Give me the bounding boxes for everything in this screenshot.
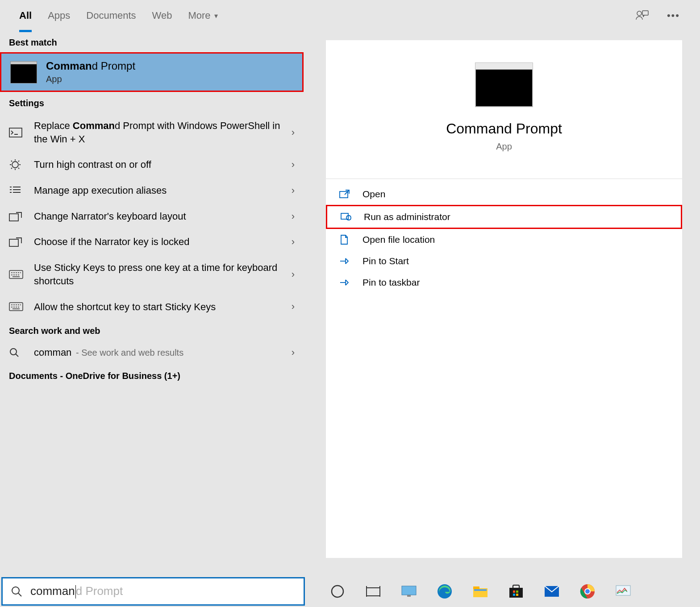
- svg-point-28: [585, 589, 590, 594]
- settings-item[interactable]: Manage app execution aliases›: [0, 178, 304, 204]
- settings-item-label: Allow the shortcut key to start Sticky K…: [34, 300, 283, 314]
- chevron-right-icon: ›: [292, 185, 295, 196]
- settings-item[interactable]: Turn high contrast on or off›: [0, 152, 304, 178]
- svg-rect-14: [402, 586, 416, 595]
- settings-item-label: Replace Command Prompt with Windows Powe…: [34, 119, 283, 146]
- action-label: Open: [362, 189, 385, 200]
- preview-title: Command Prompt: [326, 121, 682, 137]
- action-open[interactable]: Open: [326, 183, 682, 205]
- cortana-icon[interactable]: [329, 582, 346, 600]
- edge-icon[interactable]: [436, 582, 454, 600]
- settings-item[interactable]: Allow the shortcut key to start Sticky K…: [0, 294, 304, 320]
- narrator-icon: [9, 237, 25, 247]
- svg-rect-6: [9, 270, 23, 279]
- taskview-icon[interactable]: [364, 582, 382, 600]
- svg-rect-15: [407, 595, 411, 597]
- explorer-icon[interactable]: [471, 582, 489, 600]
- web-hint: - See work and web results: [73, 348, 183, 358]
- settings-item[interactable]: Choose if the Narrator key is locked›: [0, 229, 304, 255]
- settings-item-label: Turn high contrast on or off: [34, 158, 283, 171]
- settings-item[interactable]: Replace Command Prompt with Windows Powe…: [0, 113, 304, 152]
- best-match-title: Command Prompt: [46, 60, 135, 72]
- results-panel: Best match Command Prompt App Settings R…: [0, 31, 304, 562]
- mail-icon[interactable]: [543, 582, 561, 600]
- search-input[interactable]: command Prompt: [30, 584, 296, 599]
- console-icon: [9, 128, 25, 137]
- desktop-app-icon[interactable]: [400, 582, 418, 600]
- tab-apps[interactable]: Apps: [40, 0, 78, 31]
- section-settings: Settings: [0, 92, 304, 113]
- section-best-match: Best match: [0, 31, 304, 52]
- svg-rect-23: [513, 594, 515, 596]
- svg-rect-21: [513, 590, 515, 593]
- best-match-result[interactable]: Command Prompt App: [0, 52, 304, 92]
- more-options-icon[interactable]: •••: [667, 10, 680, 21]
- action-pin-start[interactable]: Pin to Start: [326, 250, 682, 272]
- svg-rect-24: [516, 594, 518, 596]
- keyboard-icon: [9, 302, 25, 311]
- svg-point-3: [12, 162, 18, 168]
- svg-point-12: [332, 586, 343, 597]
- tab-more[interactable]: More▾: [180, 0, 225, 31]
- settings-item-label: Change Narrator's keyboard layout: [34, 210, 283, 223]
- folder-icon: [339, 234, 352, 245]
- web-search-item[interactable]: comman - See work and web results ›: [0, 341, 304, 365]
- action-run-admin[interactable]: Run as administrator: [326, 205, 682, 229]
- chevron-right-icon: ›: [292, 269, 295, 280]
- svg-rect-7: [9, 303, 23, 311]
- svg-rect-18: [473, 586, 479, 589]
- section-documents-onedrive: Documents - OneDrive for Business (1+): [0, 365, 304, 386]
- search-box[interactable]: command Prompt: [1, 577, 305, 606]
- svg-rect-22: [516, 590, 518, 593]
- svg-rect-1: [642, 11, 648, 15]
- svg-rect-4: [9, 214, 18, 221]
- svg-point-0: [637, 11, 642, 16]
- contrast-icon: [9, 158, 25, 171]
- chevron-right-icon: ›: [292, 211, 295, 222]
- chevron-right-icon: ›: [292, 347, 295, 358]
- svg-rect-2: [9, 128, 22, 137]
- admin-icon: [341, 212, 353, 222]
- aliases-icon: [9, 185, 25, 196]
- settings-item-label: Use Sticky Keys to press one key at a ti…: [34, 261, 283, 287]
- search-icon: [9, 347, 25, 358]
- settings-item[interactable]: Use Sticky Keys to press one key at a ti…: [0, 255, 304, 294]
- pin-icon: [339, 278, 352, 287]
- svg-rect-13: [367, 588, 380, 596]
- svg-point-11: [12, 587, 19, 594]
- cmd-prompt-icon: [10, 61, 37, 83]
- store-icon[interactable]: [507, 582, 525, 600]
- best-match-subtitle: App: [46, 74, 135, 84]
- keyboard-icon: [9, 270, 25, 279]
- action-label: Open file location: [362, 234, 435, 245]
- action-label: Pin to Start: [362, 256, 409, 266]
- web-query: comman: [34, 347, 71, 358]
- narrator-icon: [9, 211, 25, 222]
- action-pin-taskbar[interactable]: Pin to taskbar: [326, 272, 682, 293]
- action-label: Pin to taskbar: [362, 277, 420, 288]
- tab-documents[interactable]: Documents: [78, 0, 144, 31]
- pin-icon: [339, 257, 352, 266]
- chrome-icon[interactable]: [579, 582, 596, 600]
- settings-item[interactable]: Change Narrator's keyboard layout›: [0, 204, 304, 229]
- action-label: Run as administrator: [364, 212, 450, 222]
- open-icon: [339, 190, 352, 199]
- search-filter-tabs: All Apps Documents Web More▾ •••: [0, 0, 700, 31]
- monitor-app-icon[interactable]: [614, 582, 632, 600]
- search-icon: [11, 586, 22, 597]
- chevron-right-icon: ›: [292, 159, 295, 170]
- action-open-location[interactable]: Open file location: [326, 229, 682, 250]
- tab-web[interactable]: Web: [144, 0, 180, 31]
- chevron-right-icon: ›: [292, 301, 295, 312]
- preview-app-icon: [475, 62, 533, 107]
- taskbar-tray: [306, 576, 700, 607]
- preview-panel: Command Prompt App Open Run as administr…: [326, 40, 682, 558]
- tab-all[interactable]: All: [11, 0, 40, 31]
- settings-item-label: Choose if the Narrator key is locked: [34, 235, 283, 249]
- chevron-down-icon: ▾: [214, 12, 218, 20]
- taskbar: command Prompt: [0, 576, 700, 607]
- feedback-icon[interactable]: [636, 10, 649, 21]
- chevron-right-icon: ›: [292, 236, 295, 248]
- divider: [326, 179, 682, 179]
- chevron-right-icon: ›: [292, 127, 295, 138]
